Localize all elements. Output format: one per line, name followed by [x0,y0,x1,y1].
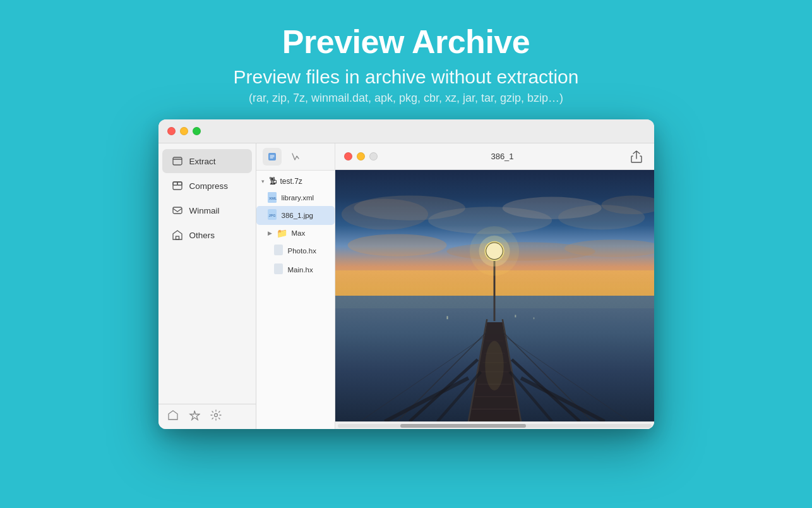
app-formats: (rar, zip, 7z, winmail.dat, apk, pkg, cb… [234,92,579,105]
sidebar-item-label-extract: Extract [189,157,216,166]
hx-file-icon-2 [274,263,283,276]
traffic-light-minimize[interactable] [180,127,188,135]
svg-rect-52 [515,315,516,318]
svg-rect-53 [533,317,534,319]
chevron-down-icon: ▾ [261,178,265,184]
sidebar: Extract Compress [158,143,256,429]
svg-rect-4 [173,207,182,214]
sidebar-item-label-compress: Compress [189,181,229,191]
file-item-photohx[interactable]: Photo.hx [256,241,335,260]
preview-traffic-lights [344,152,378,160]
preview-image-container [335,170,654,421]
extract-icon [171,155,184,167]
mainhx-filename: Main.hx [288,266,313,274]
sidebar-item-label-winmail: Winmail [189,206,220,215]
chevron-right-icon: ▶ [268,230,272,236]
title-bar [158,119,654,143]
photohx-filename: Photo.hx [288,247,316,255]
header-section: Preview Archive Preview files in archive… [234,0,579,105]
hx-file-icon-1 [274,245,283,257]
pier-image [335,170,654,421]
traffic-lights [167,127,201,135]
traffic-light-close[interactable] [167,127,176,135]
preview-tl-yellow[interactable] [357,152,365,160]
svg-rect-5 [176,236,179,239]
svg-rect-51 [446,316,448,319]
svg-point-6 [214,414,217,417]
archive-root-item[interactable]: ▾ 🗜 test.7z [256,173,335,189]
svg-rect-0 [173,157,182,165]
sidebar-item-others[interactable]: Others [162,223,252,247]
photo-filename: 386_1.jpg [282,212,314,219]
sidebar-item-compress[interactable]: Compress [162,174,252,198]
archive-name: test.7z [280,177,302,186]
jpg-file-icon: JPG [268,209,277,222]
window-body: Extract Compress [158,143,654,429]
compress-icon [171,179,184,192]
preview-filename: 386_1 [491,152,513,161]
file-item-photo[interactable]: JPG 386_1.jpg [256,206,335,225]
sidebar-items: Extract Compress [158,143,256,404]
file-panel: ▾ 🗜 test.7z XML library.xml [256,143,335,429]
preview-tl-red[interactable] [344,152,352,160]
sidebar-item-winmail[interactable]: Winmail [162,198,252,222]
preview-tl-green[interactable] [369,152,378,160]
file-item-library[interactable]: XML library.xml [256,189,335,206]
settings-bottom-icon[interactable] [210,409,222,424]
folder-icon: 📁 [277,228,287,238]
max-foldername: Max [292,229,306,237]
star-bottom-icon[interactable] [189,409,200,424]
others-icon [171,229,184,241]
mac-window: Extract Compress [158,119,654,429]
preview-titlebar: 386_1 [335,143,654,170]
app-subtitle: Preview files in archive without extract… [234,66,579,88]
svg-text:JPG: JPG [268,214,275,217]
sidebar-bottom [158,404,256,429]
toolbar-btn-1[interactable] [263,148,282,166]
traffic-light-maximize[interactable] [193,127,201,135]
file-panel-toolbar [256,143,335,171]
sidebar-item-extract[interactable]: Extract [162,149,252,173]
svg-point-49 [469,226,518,275]
library-filename: library.xml [282,194,314,202]
file-item-max-folder[interactable]: ▶ 📁 Max [256,225,335,241]
app-title: Preview Archive [234,24,579,60]
sidebar-item-label-others: Others [189,231,215,240]
svg-point-50 [485,341,503,390]
home-bottom-icon[interactable] [167,409,179,424]
scrollbar-track[interactable] [338,424,652,428]
archive-icon: 🗜 [269,176,277,186]
preview-area: 386_1 [335,143,654,429]
file-item-mainhx[interactable]: Main.hx [256,260,335,279]
svg-rect-13 [274,263,283,274]
svg-rect-12 [274,245,283,255]
scrollbar-thumb [400,424,526,428]
xml-file-icon: XML [268,192,277,203]
file-list: ▾ 🗜 test.7z XML library.xml [256,171,335,429]
svg-text:XML: XML [269,197,277,200]
winmail-icon [171,204,184,217]
toolbar-btn-2[interactable] [285,148,304,166]
share-button[interactable] [628,148,645,166]
preview-scrollbar[interactable] [335,421,654,429]
